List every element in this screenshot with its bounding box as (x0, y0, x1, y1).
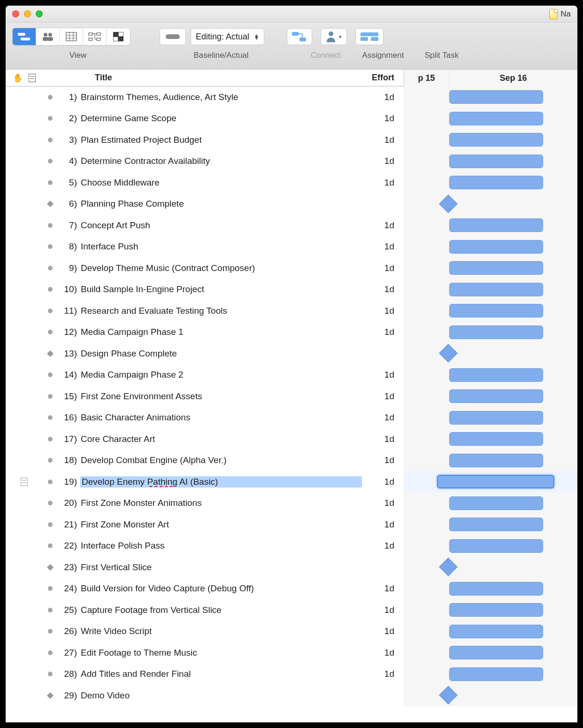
task-row[interactable]: 21)First Zone Monster Art1d (6, 514, 577, 535)
task-effort[interactable]: 1d (361, 583, 404, 594)
task-effort[interactable]: 1d (361, 541, 404, 551)
task-title[interactable]: Interface Polish Pass (81, 541, 361, 551)
task-row[interactable]: 13)Design Phase Complete (6, 343, 577, 364)
task-row[interactable]: 14)Media Campaign Phase 21d (6, 364, 577, 386)
task-row[interactable]: 1)Brainstorm Themes, Audience, Art Style… (6, 86, 577, 108)
task-title[interactable]: Capture Footage from Vertical Slice (81, 605, 361, 615)
column-title-header[interactable]: Title (48, 73, 361, 83)
window-close-button[interactable] (12, 10, 19, 17)
task-title[interactable]: Research and Evaluate Testing Tools (81, 306, 361, 316)
task-effort[interactable]: 1d (361, 648, 404, 658)
task-title[interactable]: Core Character Art (81, 434, 361, 444)
gantt-cell[interactable] (404, 578, 577, 600)
task-title[interactable]: First Zone Environment Assets (81, 391, 361, 402)
gantt-bar[interactable] (449, 176, 543, 189)
task-title[interactable]: First Vertical Slice (81, 562, 361, 573)
gantt-cell[interactable] (404, 407, 577, 429)
task-effort[interactable]: 1d (361, 370, 404, 380)
task-effort[interactable]: 1d (361, 178, 404, 188)
task-row[interactable]: 5)Choose Middleware1d (6, 172, 577, 194)
task-effort[interactable]: 1d (361, 626, 404, 636)
gantt-bar[interactable] (449, 240, 543, 254)
task-row[interactable]: 25)Capture Footage from Vertical Slice1d (6, 599, 577, 621)
gantt-cell[interactable] (404, 108, 577, 130)
task-row[interactable]: 4)Determine Contractor Availability1d (6, 151, 577, 172)
gantt-cell[interactable] (404, 428, 577, 450)
task-row[interactable]: 3)Plan Estimated Project Budget1d (6, 129, 577, 151)
task-title[interactable]: Media Campaign Phase 2 (81, 370, 361, 380)
task-row[interactable]: 23)First Vertical Slice (6, 557, 577, 578)
gantt-bar[interactable] (449, 411, 543, 425)
gantt-milestone[interactable] (439, 194, 458, 213)
task-row[interactable]: 20)First Zone Monster Animations1d (6, 493, 577, 514)
gantt-bar[interactable] (449, 133, 543, 147)
task-row[interactable]: 18)Develop Combat Engine (Alpha Ver.)1d (6, 450, 577, 472)
gantt-cell[interactable] (404, 322, 577, 343)
gantt-bar[interactable] (449, 646, 543, 659)
task-title[interactable]: Basic Character Animations (81, 412, 361, 423)
gantt-bar[interactable] (449, 454, 543, 467)
task-effort[interactable]: 1d (361, 306, 404, 316)
gantt-cell[interactable] (404, 642, 577, 664)
view-calendar-button[interactable] (60, 28, 83, 45)
window-minimize-button[interactable] (24, 10, 31, 17)
gantt-bar[interactable] (449, 432, 543, 446)
gantt-cell[interactable] (404, 621, 577, 643)
gantt-cell[interactable] (404, 279, 577, 301)
gantt-bar[interactable] (449, 625, 543, 638)
task-title[interactable]: Design Phase Complete (81, 349, 361, 359)
gantt-bar[interactable] (449, 389, 543, 403)
task-row[interactable]: 11)Research and Evaluate Testing Tools1d (6, 300, 577, 322)
task-title[interactable]: Media Campaign Phase 1 (81, 327, 361, 337)
view-styles-button[interactable] (107, 28, 130, 45)
split-task-button[interactable] (355, 28, 384, 45)
task-effort[interactable]: 1d (361, 241, 404, 252)
task-row[interactable]: 29)Demo Video (6, 685, 577, 706)
gantt-milestone[interactable] (439, 686, 458, 705)
gantt-cell[interactable] (404, 257, 577, 279)
task-title[interactable]: Build Version for Video Capture (Debug O… (81, 583, 361, 594)
gantt-cell[interactable] (404, 557, 577, 578)
gantt-bar[interactable] (437, 475, 554, 488)
view-resources-button[interactable] (36, 28, 60, 45)
column-effort-header[interactable]: Effort (361, 73, 404, 83)
task-row[interactable]: 19)Develop Enemy Pathing AI (Basic)1d (6, 471, 577, 493)
task-effort[interactable]: 1d (361, 92, 404, 102)
gantt-bar[interactable] (449, 90, 543, 104)
gantt-bar[interactable] (449, 325, 543, 339)
task-effort[interactable]: 1d (361, 605, 404, 615)
task-effort[interactable]: 1d (361, 113, 404, 124)
task-row[interactable]: 2)Determine Game Scope1d (6, 108, 577, 130)
gantt-bar[interactable] (449, 496, 543, 510)
task-effort[interactable]: 1d (361, 156, 404, 166)
task-title[interactable]: Brainstorm Themes, Audience, Art Style (81, 92, 361, 102)
gantt-cell[interactable] (404, 194, 577, 215)
task-row[interactable]: 16)Basic Character Animations1d (6, 407, 577, 429)
task-effort[interactable]: 1d (361, 327, 404, 337)
task-row[interactable]: 27)Edit Footage to Theme Music1d (6, 642, 577, 664)
gantt-bar[interactable] (449, 218, 543, 232)
task-list[interactable]: 1)Brainstorm Themes, Audience, Art Style… (6, 86, 577, 722)
gantt-cell[interactable] (404, 300, 577, 322)
gantt-cell[interactable] (404, 493, 577, 514)
gantt-bar[interactable] (449, 368, 543, 382)
gantt-cell[interactable] (404, 599, 577, 621)
task-title[interactable]: Develop Theme Music (Contract Composer) (81, 263, 361, 273)
task-effort[interactable]: 1d (361, 412, 404, 423)
task-row[interactable]: 15)First Zone Environment Assets1d (6, 386, 577, 407)
task-title[interactable]: First Zone Monster Art (81, 519, 361, 530)
gantt-milestone[interactable] (439, 344, 458, 363)
gantt-bar[interactable] (449, 539, 543, 553)
task-row[interactable]: 8)Interface Push1d (6, 236, 577, 258)
gantt-cell[interactable] (404, 151, 577, 172)
baseline-toggle-button[interactable] (160, 28, 186, 45)
task-title[interactable]: Build Sample In-Engine Project (81, 284, 361, 294)
task-row[interactable]: 26)Write Video Script1d (6, 621, 577, 643)
gantt-bar[interactable] (449, 582, 543, 596)
gantt-bar[interactable] (449, 603, 543, 617)
task-effort[interactable]: 1d (361, 434, 404, 444)
task-title-input[interactable]: Develop Enemy Pathing AI (Basic) (81, 477, 361, 487)
window-zoom-button[interactable] (36, 10, 43, 17)
task-title[interactable]: Planning Phase Complete (81, 199, 361, 209)
task-row[interactable]: 12)Media Campaign Phase 11d (6, 322, 577, 343)
